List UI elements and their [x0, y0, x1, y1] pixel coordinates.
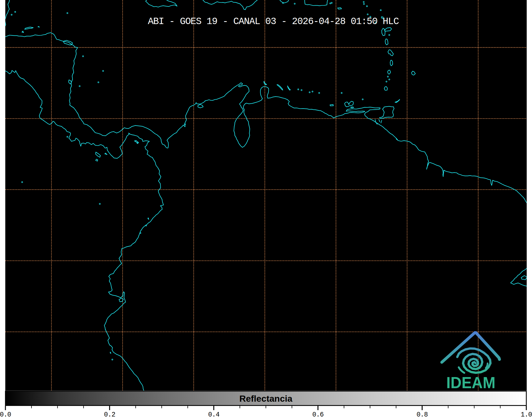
svg-text:0.8: 0.8: [416, 411, 428, 417]
svg-text:0.0: 0.0: [0, 411, 11, 417]
svg-text:0.4: 0.4: [208, 411, 220, 417]
svg-text:Reflectancia: Reflectancia: [239, 393, 293, 404]
svg-text:0.6: 0.6: [312, 411, 324, 417]
svg-text:1.0: 1.0: [521, 411, 532, 417]
svg-text:ABI - GOES 19 - CANAL 03 - 202: ABI - GOES 19 - CANAL 03 - 2026-04-28 01…: [148, 16, 399, 27]
svg-text:0.2: 0.2: [104, 411, 115, 417]
svg-text:IDEAM: IDEAM: [446, 373, 495, 392]
